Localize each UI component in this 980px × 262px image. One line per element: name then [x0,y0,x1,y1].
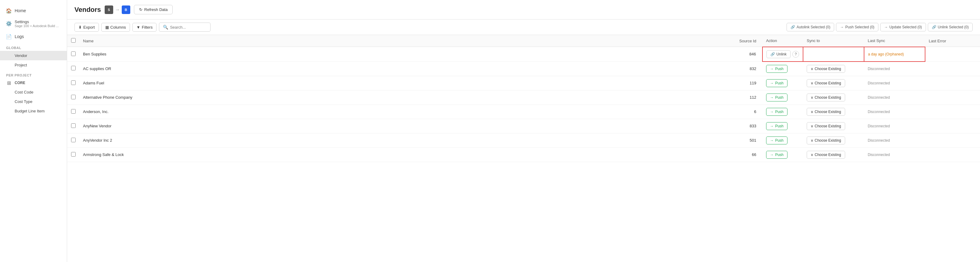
row-action: → Push [762,133,803,147]
logs-icon: 📄 [6,34,11,39]
row-last-error [925,147,980,162]
sidebar-item-logs-label: Logs [14,34,24,39]
settings-sublabel: Sage 100 + Autodesk Build ... [14,24,59,28]
row-sync-to: ∨ Choose Existing [803,62,864,76]
search-container[interactable]: 🔍 [159,22,210,32]
row-last-sync: a day ago (Orphaned) [864,47,925,62]
push-selected-label: Push Selected (0) [845,25,874,29]
row-checkbox-5[interactable] [71,109,76,114]
choose-existing-button[interactable]: ∨ Choose Existing [807,93,845,101]
row-last-error [925,62,980,76]
integration-badges: S → B [105,5,130,14]
row-checkbox-2[interactable] [71,66,76,70]
grid-icon: ⊞ [6,80,11,85]
row-action: 🔗 Unlink? [762,47,803,62]
push-button[interactable]: → Push [766,122,788,130]
sidebar-item-cost-code[interactable]: Cost Code [0,87,67,97]
disconnected-status: Disconnected [868,67,890,71]
sidebar-item-home[interactable]: 🏠 Home [0,5,67,16]
choose-existing-button[interactable]: ∨ Choose Existing [807,151,845,159]
sidebar-item-logs[interactable]: 📄 Logs [0,31,67,43]
settings-icon: ⚙️ [6,21,11,27]
unlink-button[interactable]: 🔗 Unlink [767,50,791,58]
select-all-checkbox[interactable] [71,38,76,43]
refresh-label: Refresh Data [144,7,168,12]
row-checkbox-cell [67,62,80,76]
row-name: Ben Supplies [80,47,732,62]
choose-existing-button[interactable]: ∨ Choose Existing [807,79,845,87]
settings-label-group: Settings Sage 100 + Autodesk Build ... [14,19,59,28]
row-checkbox-3[interactable] [71,80,76,85]
push-button[interactable]: → Push [766,151,788,159]
row-last-sync: Disconnected [864,76,925,90]
sidebar-item-settings[interactable]: ⚙️ Settings Sage 100 + Autodesk Build ..… [0,16,67,31]
row-checkbox-cell [67,47,80,62]
row-checkbox-4[interactable] [71,95,76,99]
sidebar-item-vendor[interactable]: Vendor [0,51,67,60]
row-sync-to [803,47,864,62]
col-header-name: Name [80,35,732,47]
push-button[interactable]: → Push [766,108,788,116]
filters-button[interactable]: ▼ Filters [132,23,156,32]
chevron-down-icon: ∨ [811,110,813,114]
push-button[interactable]: → Push [766,136,788,144]
help-button[interactable]: ? [792,51,799,58]
row-source-id: 66 [732,147,762,162]
update-icon: → [884,25,888,29]
choose-existing-button[interactable]: ∨ Choose Existing [807,122,845,130]
row-last-sync: Disconnected [864,119,925,133]
row-last-error [925,90,980,104]
table-header-row: Name Source Id Action Sync to Last Sync … [67,35,980,47]
row-last-sync: Disconnected [864,104,925,119]
core-label: CORE [14,81,25,85]
push-button[interactable]: → Push [766,65,788,73]
vendors-table-container: Name Source Id Action Sync to Last Sync … [67,35,980,262]
unlink-icon: 🔗 [932,25,936,29]
badge-sage: S [105,5,113,14]
disconnected-status: Disconnected [868,95,890,99]
push-arrow-icon: → [770,153,774,157]
push-arrow-icon: → [770,124,774,128]
row-checkbox-7[interactable] [71,138,76,142]
row-checkbox-cell [67,90,80,104]
row-last-error [925,104,980,119]
columns-label: Columns [110,25,126,30]
sidebar-item-project[interactable]: Project [0,60,67,70]
sidebar-item-cost-type[interactable]: Cost Type [0,97,67,106]
disconnected-status: Disconnected [868,124,890,128]
row-checkbox-6[interactable] [71,123,76,128]
row-last-error [925,47,980,62]
section-per-project: PER PROJECT [0,70,67,78]
chevron-down-icon: ∨ [811,138,813,142]
choose-existing-button[interactable]: ∨ Choose Existing [807,108,845,116]
update-selected-button[interactable]: → Update Selected (0) [880,23,926,32]
autolink-selected-button[interactable]: 🔗 Autolink Selected (0) [787,23,834,32]
disconnected-status: Disconnected [868,153,890,157]
update-selected-label: Update Selected (0) [889,25,922,29]
row-last-sync: Disconnected [864,90,925,104]
row-sync-to: ∨ Choose Existing [803,147,864,162]
export-button[interactable]: ⬇ Export [75,23,99,32]
push-arrow-icon: → [770,138,774,142]
sidebar-item-budget-line-item[interactable]: Budget Line Item [0,106,67,116]
search-input[interactable] [170,25,207,30]
vendors-table: Name Source Id Action Sync to Last Sync … [67,35,980,162]
choose-existing-button[interactable]: ∨ Choose Existing [807,65,845,73]
push-selected-button[interactable]: → Push Selected (0) [836,23,878,32]
row-checkbox-8[interactable] [71,152,76,156]
row-last-error [925,76,980,90]
columns-button[interactable]: ▦ Columns [101,23,130,32]
push-button[interactable]: → Push [766,93,788,101]
row-name: Armstrong Safe & Lock [80,147,732,162]
disconnected-status: Disconnected [868,81,890,85]
export-icon: ⬇ [78,25,82,30]
refresh-button[interactable]: ↻ Refresh Data [134,5,173,14]
choose-existing-button[interactable]: ∨ Choose Existing [807,136,845,144]
push-button[interactable]: → Push [766,79,788,87]
row-checkbox-1[interactable] [71,52,76,56]
table-row: Ben Supplies846🔗 Unlink?a day ago (Orpha… [67,47,980,62]
unlink-selected-button[interactable]: 🔗 Unlink Selected (0) [928,23,973,32]
row-name: AC supplies OR [80,62,732,76]
chevron-down-icon: ∨ [811,153,813,157]
home-icon: 🏠 [6,8,11,13]
